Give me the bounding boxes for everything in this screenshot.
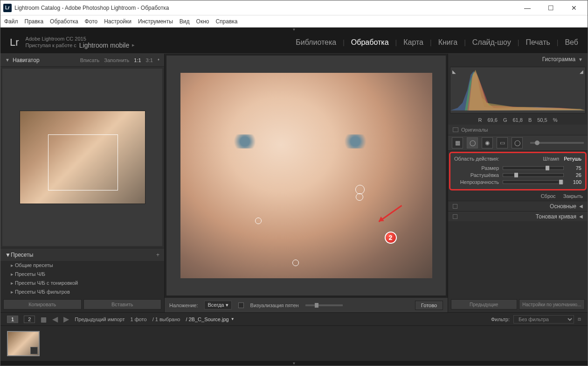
menu-tools[interactable]: Инструменты — [138, 18, 173, 25]
preset-folder[interactable]: Общие пресеты — [0, 261, 164, 270]
filmstrip-bar: 1 2 ▦ ◀ ▶ Предыдущий импорт 1 фото / 1 в… — [0, 312, 588, 325]
preset-folder[interactable]: Пресеты Ч/Б фильтров — [0, 288, 164, 296]
close-button[interactable]: ✕ — [563, 1, 585, 15]
presets-header[interactable]: ▼ Пресеты + — [0, 248, 164, 261]
visualize-label: Визуализация пятен — [250, 303, 299, 308]
window-title: Lightroom Catalog - Adobe Photoshop Ligh… — [14, 5, 517, 11]
size-slider[interactable] — [503, 166, 564, 170]
filter-lock-icon[interactable]: ⧈ — [578, 316, 581, 322]
redeye-tool[interactable]: ◉ — [482, 137, 493, 148]
overlay-select[interactable]: Всегда ▾ — [204, 301, 231, 310]
grid-icon[interactable]: ▦ — [41, 316, 47, 323]
tonecurve-header[interactable]: Тоновая кривая ◀ — [448, 211, 588, 221]
module-book[interactable]: Книга — [438, 38, 457, 47]
reset-close-row: Сброс Закрыть — [448, 191, 588, 201]
navigator-frame[interactable] — [48, 134, 118, 190]
module-develop[interactable]: Обработка — [351, 38, 389, 47]
heal-spot[interactable] — [292, 260, 299, 266]
close-panel-button[interactable]: Закрыть — [563, 193, 583, 199]
maximize-button[interactable]: ☐ — [540, 1, 561, 15]
crop-tool[interactable]: ▦ — [452, 137, 463, 148]
spot-removal-panel: Область действия: Штамп Ретушь Размер 75… — [449, 152, 587, 190]
menu-window[interactable]: Окно — [196, 18, 209, 25]
previous-button[interactable]: Предыдущие — [451, 299, 517, 310]
main-display[interactable]: 1 — [7, 316, 18, 323]
basic-header[interactable]: Основные ◀ — [448, 201, 588, 211]
mode-stamp[interactable]: Штамп — [543, 156, 560, 162]
prev-arrow-icon[interactable]: ◀ — [52, 315, 58, 324]
histogram[interactable]: ◣ ◢ — [450, 67, 586, 113]
add-preset-icon[interactable]: + — [156, 252, 159, 258]
module-slideshow[interactable]: Слайд-шоу — [472, 38, 511, 47]
navigator-preview[interactable] — [2, 69, 162, 246]
heal-spot[interactable] — [355, 185, 365, 194]
defaults-button[interactable]: Настройки по умолчанию... — [519, 299, 585, 310]
left-panel: ▼ Навигатор Вписать Заполнить 1:1 3:1 ♦ — [0, 54, 165, 312]
overlay-label: Наложение: — [169, 303, 198, 308]
bottom-panel-toggle[interactable]: ▼ — [0, 361, 588, 366]
second-display[interactable]: 2 — [24, 316, 35, 323]
feather-slider[interactable] — [503, 173, 564, 177]
mode-heal[interactable]: Ретушь — [564, 156, 581, 162]
thumbnail[interactable] — [7, 331, 40, 356]
presets-title: Пресеты — [11, 252, 33, 258]
menu-photo[interactable]: Фото — [85, 18, 98, 25]
copy-button[interactable]: Копировать — [3, 299, 82, 310]
module-library[interactable]: Библиотека — [296, 38, 336, 47]
develop-toolbar: Наложение: Всегда ▾ Визуализация пятен Г… — [165, 297, 448, 312]
paste-button[interactable]: Вставить — [83, 299, 162, 310]
filmstrip[interactable] — [0, 325, 588, 361]
section-toggle-icon[interactable] — [453, 214, 457, 219]
menu-file[interactable]: Файл — [4, 18, 18, 25]
tool-size-slider[interactable] — [530, 142, 584, 144]
navigator-title: Навигатор — [13, 57, 40, 63]
filter-label: Фильтр: — [491, 317, 510, 322]
photo-canvas[interactable]: 2 1 — [166, 56, 446, 296]
heal-spot[interactable] — [255, 218, 262, 224]
filename-label[interactable]: / 2B_C_Source.jpg ▼ — [186, 317, 234, 322]
preset-folder[interactable]: Пресеты Ч/Б с тонировкой — [0, 279, 164, 288]
nav-1to1[interactable]: 1:1 — [134, 57, 141, 63]
radial-tool[interactable]: ◯ — [512, 137, 523, 148]
originals-row[interactable]: Оригиналы — [448, 125, 588, 135]
histogram-readout: R69,6 G61,8 B50,5 % — [448, 115, 588, 125]
menu-help[interactable]: Справка — [215, 18, 237, 25]
menu-develop[interactable]: Обработка — [50, 18, 78, 25]
nav-zoom-menu-icon[interactable]: ♦ — [158, 57, 159, 63]
clip-shadow-icon[interactable]: ◣ — [452, 69, 456, 74]
spot-tool[interactable]: ◯ — [467, 137, 478, 148]
visualize-checkbox[interactable] — [238, 303, 244, 308]
nav-3to1[interactable]: 3:1 — [146, 57, 153, 63]
preset-folder[interactable]: Пресеты Ч/Б — [0, 270, 164, 279]
opacity-slider[interactable] — [503, 180, 564, 184]
photo[interactable]: 2 1 — [180, 73, 432, 278]
module-print[interactable]: Печать — [526, 38, 550, 47]
done-button[interactable]: Готово — [415, 301, 443, 310]
minimize-button[interactable]: — — [517, 1, 538, 15]
next-arrow-icon[interactable]: ▶ — [63, 315, 69, 324]
nav-fill[interactable]: Заполнить — [104, 57, 129, 63]
top-panel-toggle[interactable]: ▼ — [0, 28, 588, 31]
menu-view[interactable]: Вид — [180, 18, 190, 25]
clip-highlight-icon[interactable]: ◢ — [580, 69, 583, 74]
presets-list: Общие пресеты Пресеты Ч/Б Пресеты Ч/Б с … — [0, 261, 164, 296]
section-toggle-icon[interactable] — [453, 204, 457, 209]
nav-fit[interactable]: Вписать — [80, 57, 100, 63]
menu-settings[interactable]: Настройки — [104, 18, 131, 25]
navigator-header[interactable]: ▼ Навигатор Вписать Заполнить 1:1 3:1 ♦ — [0, 54, 164, 67]
visualize-slider[interactable] — [305, 304, 343, 306]
source-label[interactable]: Предыдущий импорт — [75, 317, 125, 322]
histogram-header[interactable]: Гистограмма ▼ — [448, 54, 588, 65]
reset-button[interactable]: Сброс — [541, 193, 556, 199]
module-web[interactable]: Веб — [565, 38, 578, 47]
menu-edit[interactable]: Правка — [25, 18, 44, 25]
collapse-icon: ▼ — [578, 57, 583, 62]
gradient-tool[interactable]: ▭ — [497, 137, 508, 148]
collapse-icon: ▼ — [5, 57, 10, 63]
version-label: Adobe Lightroom CC 2015 — [26, 36, 135, 42]
heal-spot[interactable] — [356, 193, 363, 201]
opacity-value: 100 — [567, 179, 581, 185]
mobile-link[interactable]: Lightroom mobile — [79, 42, 129, 49]
filter-select[interactable]: Без фильтра — [513, 315, 574, 324]
module-map[interactable]: Карта — [403, 38, 423, 47]
